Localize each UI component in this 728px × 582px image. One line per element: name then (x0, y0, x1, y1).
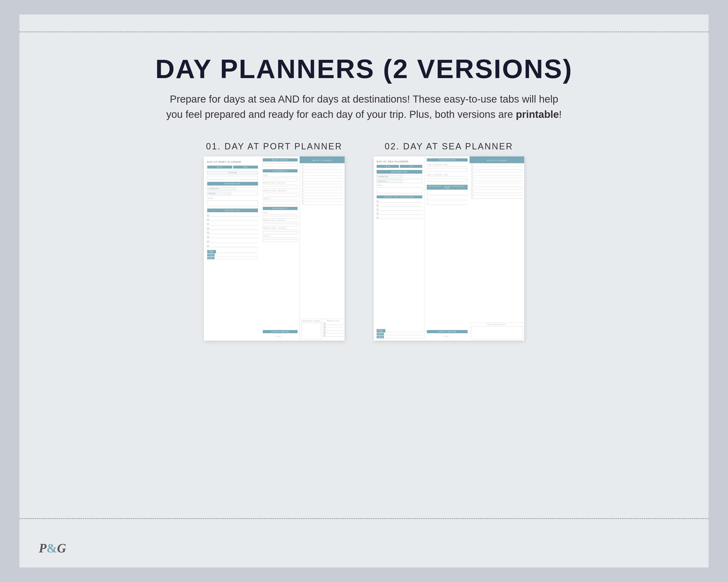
rating-dash: - (283, 336, 283, 337)
schedule-list: TO TO TO TO TO TO TO TO TO TO TO (300, 163, 345, 318)
sea-bucket-cb-3[interactable] (376, 209, 378, 211)
checkbox-4[interactable] (207, 228, 209, 229)
sea-sched-12: TO (471, 196, 523, 199)
sea-todays-rating-header: TODAY'S RATING (427, 330, 468, 333)
bucket-cb-2[interactable] (324, 326, 326, 328)
exc2-dropoff: DROP OFF TIME + LOCATION (263, 227, 297, 230)
weather-header: WEATHER INFO (207, 182, 258, 186)
sea-dinner-input[interactable] (385, 336, 422, 338)
sea-bucket-cb-2[interactable] (376, 205, 378, 206)
sea-dinner-label: DINNER (376, 336, 384, 338)
checkbox-6[interactable] (207, 237, 209, 238)
port-card-right: BOARD SHIP BY EXCURSION 1 NAME MEETING T… (261, 157, 345, 341)
schedule-column: DAY AT A GLANCE TO TO TO TO TO TO TO TO (300, 157, 345, 341)
lunch-label: LUNCH (207, 254, 214, 256)
sea-sched-4: TO (471, 173, 523, 175)
sea-planner-column: 02. DAY AT SEA PLANNER DAY AT SEA PLANNE… (374, 141, 524, 341)
subtitle-line1: Prepare for days at sea AND for days at … (170, 93, 558, 105)
sea-sched-6: TO (471, 179, 523, 181)
day-no-field: DAY NO. (207, 166, 232, 169)
sea-sched-5: TO (471, 176, 523, 178)
sea-breakfast-label: BREAK- FAST (376, 329, 385, 332)
checkbox-1[interactable] (207, 215, 209, 216)
meals-section: BREAK- FAST LUNCH DINNER (207, 250, 258, 259)
exc1-dropoff-input[interactable] (263, 194, 297, 197)
schedule-row-3: TO (302, 170, 343, 173)
bucket-cb-1[interactable] (324, 323, 326, 325)
location-input[interactable] (207, 176, 258, 179)
breakfast-input[interactable] (217, 250, 258, 253)
sea-sched-2: TO (471, 167, 523, 169)
sea-notes-input[interactable] (376, 188, 422, 193)
additional-notes-section: ADDITIONAL NOTES (300, 319, 322, 341)
temp-input[interactable] (236, 187, 258, 190)
checkbox-3[interactable] (207, 223, 209, 225)
packing-item-6 (207, 236, 258, 239)
sea-bucket-cb-5[interactable] (376, 217, 378, 219)
line-5 (210, 231, 258, 234)
logo-amp: & (47, 541, 57, 555)
sea-bucket-1 (376, 200, 422, 202)
bucket-cb-3[interactable] (324, 329, 326, 331)
location-field: LOCATION (207, 171, 258, 174)
rating-section: TODAY'S RATING ☆☆ - (263, 330, 297, 339)
bucket-5 (324, 334, 343, 337)
sea-card-right: DAY AT A GLANCE TO TO TO TO TO TO TO TO … (470, 157, 524, 341)
sea-weather-input[interactable] (402, 179, 422, 183)
exc1-name-input[interactable] (263, 178, 297, 181)
sea-bucket-cb-1[interactable] (376, 200, 378, 202)
weather-input[interactable] (231, 192, 258, 195)
checkbox-2[interactable] (207, 219, 209, 221)
sea-weather-header: WEATHER INFO (376, 170, 422, 174)
sea-weather-field: WEATHER ☁ (376, 179, 401, 183)
checkbox-7[interactable] (207, 241, 209, 243)
line-8 (210, 245, 258, 247)
sea-weather-row: TEMPERATURE (376, 175, 422, 178)
exc2-dropoff-input[interactable] (263, 231, 297, 234)
stars-display: ☆☆ (277, 335, 281, 338)
rating-stars: ☆☆ - (263, 334, 297, 339)
port-planner-label: 01. DAY AT PORT PLANNER (206, 141, 342, 151)
line-4 (210, 227, 258, 230)
sea-res-name2: NAME + LOCATION + TIME (427, 174, 468, 176)
sea-additional-notes-input[interactable] (471, 326, 523, 339)
sea-res-name1: NAME + LOCATION + TIME (427, 164, 468, 166)
sea-bucket-cb-4[interactable] (376, 213, 378, 215)
schedule-row-7: TO (302, 182, 343, 184)
sea-temp-input[interactable] (402, 175, 422, 178)
sea-lunch-input[interactable] (385, 333, 422, 335)
checkbox-5[interactable] (207, 232, 209, 234)
exc1-meeting-input[interactable] (263, 186, 297, 189)
sea-res2-input[interactable] (427, 178, 468, 182)
sea-temp-field: TEMPERATURE (376, 175, 401, 178)
sea-res1-input[interactable] (427, 168, 468, 171)
checkbox-8[interactable] (207, 245, 209, 247)
lunch-input[interactable] (215, 254, 258, 256)
logo-p: P (39, 541, 47, 555)
exc1-dropoff: DROP OFF TIME + LOCATION (263, 190, 297, 192)
sea-sched-3: TO (471, 170, 523, 172)
schedule-row-10: TO (302, 191, 343, 193)
logo-g: G (57, 541, 66, 555)
bucket-cb-4[interactable] (324, 332, 326, 333)
exc1-contact-input[interactable] (263, 201, 297, 204)
bucket-list-header: BUCKET LIST (324, 320, 343, 322)
dinner-input[interactable] (215, 257, 258, 259)
breakfast-row: BREAK- FAST (207, 250, 258, 253)
schedule-row-6: TO (302, 179, 343, 182)
exc1-name: NAME (263, 174, 297, 177)
sea-title-text: DAY AT SEA PLANNER (376, 160, 422, 163)
exc2-name-input[interactable] (263, 216, 297, 219)
board-input[interactable] (263, 163, 297, 167)
sea-activity-1: 1. (427, 193, 468, 196)
sea-breakfast-input[interactable] (386, 330, 422, 332)
schedule-row-1: TO (302, 165, 343, 167)
bucket-cb-5[interactable] (324, 335, 326, 336)
schedule-row-13: TO (302, 200, 343, 202)
notes-input[interactable] (207, 200, 258, 206)
sea-notes-label: NOTES (376, 185, 422, 186)
additional-notes-input[interactable] (301, 323, 320, 339)
exc2-meeting-input[interactable] (263, 224, 297, 226)
exc2-contact-input[interactable] (263, 239, 297, 242)
sea-stars-display: ☆☆ (444, 335, 448, 338)
